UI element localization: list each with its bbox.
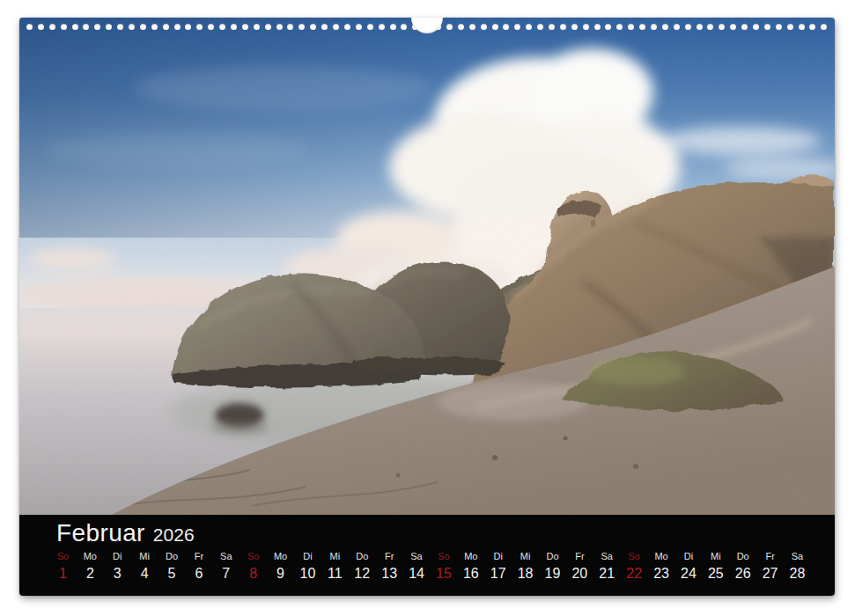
weekday-label: Di [104, 550, 131, 562]
date-number: 19 [539, 563, 566, 584]
day-column: Sa 14 [403, 550, 431, 584]
day-column: So 1 [49, 550, 77, 584]
weekday-label: Mo [648, 550, 675, 562]
date-number: 8 [240, 563, 267, 584]
day-column: Di 3 [104, 550, 131, 584]
date-number: 5 [158, 563, 186, 584]
date-number: 25 [702, 563, 729, 584]
date-number: 22 [621, 563, 648, 584]
weekday-label: Sa [593, 550, 621, 562]
day-column: Sa 21 [593, 550, 621, 584]
year-label: 2026 [153, 524, 195, 546]
date-number: 12 [349, 563, 376, 584]
weekday-label: Mi [321, 550, 349, 562]
day-column: Mi 4 [131, 550, 158, 584]
day-column: Mo 16 [457, 550, 484, 584]
weekday-label: So [621, 550, 648, 562]
day-column: So 8 [240, 550, 267, 584]
weekday-label: Mi [131, 550, 158, 562]
date-number: 26 [729, 563, 756, 584]
date-number: 4 [131, 563, 158, 584]
weekday-label: Fr [756, 550, 784, 562]
date-number: 27 [756, 563, 784, 584]
weekday-label: Di [484, 550, 512, 562]
weekday-label: Di [294, 550, 321, 562]
weekday-label: So [430, 550, 457, 562]
weekday-label: Fr [376, 550, 403, 562]
weekday-label: So [49, 550, 77, 562]
date-number: 7 [212, 563, 240, 584]
weekday-label: Sa [212, 550, 240, 562]
month-title: Februar 2026 [56, 519, 195, 547]
date-number: 6 [185, 563, 212, 584]
weekday-label: Sa [403, 550, 431, 562]
date-number: 11 [321, 563, 349, 584]
date-number: 17 [484, 563, 512, 584]
day-column: Fr 6 [185, 550, 212, 584]
day-column: Fr 20 [566, 550, 593, 584]
date-number: 21 [593, 563, 621, 584]
date-number: 15 [430, 563, 457, 584]
day-column: Mo 23 [648, 550, 675, 584]
date-number: 13 [376, 563, 403, 584]
date-number: 14 [403, 563, 431, 584]
day-column: Sa 28 [784, 550, 811, 584]
weekday-label: Mi [512, 550, 539, 562]
weekday-label: So [240, 550, 267, 562]
date-number: 28 [784, 563, 811, 584]
day-column: Di 24 [674, 550, 702, 584]
weekday-label: Do [729, 550, 756, 562]
day-column: Mo 2 [77, 550, 104, 584]
weekday-label: Mo [77, 550, 104, 562]
weekday-label: Do [539, 550, 566, 562]
date-number: 24 [674, 563, 702, 584]
photo-grain [19, 18, 835, 515]
day-column: Do 19 [539, 550, 566, 584]
day-column: Mo 9 [267, 550, 294, 584]
date-number: 1 [49, 563, 77, 584]
date-number: 2 [77, 563, 104, 584]
day-column: Sa 7 [212, 550, 240, 584]
weekday-label: Fr [185, 550, 212, 562]
day-column: Mi 25 [702, 550, 729, 584]
day-column: Do 12 [349, 550, 376, 584]
weekday-label: Mo [457, 550, 484, 562]
day-column: So 15 [430, 550, 457, 584]
date-number: 10 [294, 563, 321, 584]
date-number: 16 [457, 563, 484, 584]
month-label: Februar [56, 519, 145, 547]
weekday-label: Di [674, 550, 702, 562]
calendar-day-grid: So 1 Mo 2 Di 3 Mi 4 Do 5 Fr 6 Sa 7 So 8 … [49, 550, 811, 584]
day-column: Di 17 [484, 550, 512, 584]
date-number: 3 [104, 563, 131, 584]
weekday-label: Mo [267, 550, 294, 562]
weekday-label: Sa [784, 550, 811, 562]
day-column: Fr 27 [756, 550, 784, 584]
weekday-label: Fr [566, 550, 593, 562]
day-column: Di 10 [294, 550, 321, 584]
day-column: Mi 18 [512, 550, 539, 584]
day-column: Do 5 [158, 550, 186, 584]
weekday-label: Do [158, 550, 186, 562]
date-number: 18 [512, 563, 539, 584]
beach-photo [19, 18, 835, 515]
calendar-sheet: Februar 2026 So 1 Mo 2 Di 3 Mi 4 Do 5 Fr… [19, 18, 835, 596]
date-number: 20 [566, 563, 593, 584]
day-column: So 22 [621, 550, 648, 584]
date-number: 9 [267, 563, 294, 584]
day-column: Fr 13 [376, 550, 403, 584]
day-column: Mi 11 [321, 550, 349, 584]
calendar-product-page: Februar 2026 So 1 Mo 2 Di 3 Mi 4 Do 5 Fr… [0, 0, 855, 616]
date-number: 23 [648, 563, 675, 584]
weekday-label: Do [349, 550, 376, 562]
calendar-footer-bar: Februar 2026 So 1 Mo 2 Di 3 Mi 4 Do 5 Fr… [19, 515, 835, 596]
day-column: Do 26 [729, 550, 756, 584]
weekday-label: Mi [702, 550, 729, 562]
